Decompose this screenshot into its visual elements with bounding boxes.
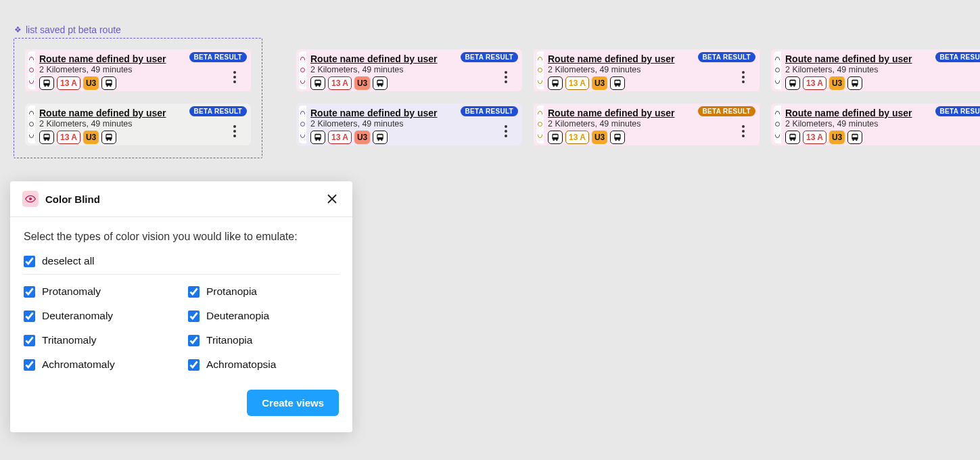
route-card[interactable]: Route name defined by user 2 Kilometers,… <box>534 104 760 145</box>
option-label: Protanomaly <box>42 285 101 298</box>
route-subtitle: 2 Kilometers, 49 minutes <box>548 119 758 129</box>
route-stripe <box>774 106 781 143</box>
svg-point-27 <box>793 85 795 87</box>
more-menu-button[interactable] <box>228 121 241 141</box>
line-13-chip: 13 A <box>803 76 826 90</box>
color-vision-option[interactable]: Protanopia <box>188 285 339 298</box>
svg-point-46 <box>378 139 379 141</box>
more-menu-button[interactable] <box>499 121 513 141</box>
svg-rect-37 <box>107 135 112 138</box>
option-checkbox[interactable] <box>24 310 35 322</box>
route-stripe <box>536 51 544 89</box>
bus-icon <box>847 131 862 144</box>
color-vision-option[interactable]: Deuteranopia <box>188 310 339 322</box>
svg-rect-13 <box>378 81 383 84</box>
beta-badge: BETA RESULT <box>935 52 980 62</box>
svg-rect-1 <box>45 81 49 84</box>
route-card[interactable]: Route name defined by user 2 Kilometers,… <box>25 104 251 145</box>
route-subtitle: 2 Kilometers, 49 minutes <box>785 119 980 129</box>
color-vision-option[interactable]: Protanomaly <box>24 285 174 298</box>
color-vision-option[interactable]: Achromatomaly <box>24 359 174 371</box>
svg-point-6 <box>107 85 108 87</box>
color-vision-option[interactable]: Deuteranomaly <box>24 310 174 322</box>
route-stripe <box>28 106 35 143</box>
selection-label-text: list saved pt beta route <box>26 24 121 35</box>
route-subtitle: 2 Kilometers, 49 minutes <box>785 65 980 74</box>
u3-chip: U3 <box>829 76 845 90</box>
bus-icon <box>548 131 563 144</box>
close-button[interactable] <box>324 191 340 207</box>
deselect-all-checkbox[interactable] <box>24 256 35 267</box>
route-chips: 13 A U3 <box>39 76 250 90</box>
svg-point-26 <box>791 85 792 87</box>
route-card[interactable]: Route name defined by user 2 Kilometers,… <box>25 49 251 91</box>
option-checkbox[interactable] <box>188 310 200 322</box>
line-13-chip: 13 A <box>565 131 589 144</box>
option-checkbox[interactable] <box>24 286 35 298</box>
svg-point-30 <box>853 85 854 87</box>
svg-point-51 <box>556 139 557 141</box>
more-menu-button[interactable] <box>499 67 513 87</box>
more-menu-button[interactable] <box>737 67 750 87</box>
line-13-chip: 13 A <box>328 76 352 90</box>
svg-rect-33 <box>45 135 49 138</box>
svg-point-10 <box>316 85 317 87</box>
modal-title: Color Blind <box>45 193 100 205</box>
svg-rect-25 <box>791 81 795 84</box>
option-checkbox[interactable] <box>188 359 200 371</box>
bus-icon <box>39 76 54 90</box>
svg-point-62 <box>853 139 854 141</box>
option-label: Protanopia <box>206 285 257 298</box>
create-views-button[interactable]: Create views <box>247 390 339 416</box>
svg-rect-5 <box>107 81 112 84</box>
option-checkbox[interactable] <box>188 286 200 298</box>
svg-point-15 <box>381 85 382 87</box>
svg-point-64 <box>29 198 32 200</box>
u3-chip: U3 <box>83 131 99 144</box>
more-menu-button[interactable] <box>228 67 241 87</box>
create-views-label: Create views <box>262 397 324 409</box>
route-card[interactable]: Route name defined by user 2 Kilometers,… <box>771 49 980 91</box>
option-checkbox[interactable] <box>24 335 35 346</box>
color-blind-modal: Color Blind Select the types of color vi… <box>10 181 352 432</box>
svg-point-42 <box>316 139 317 141</box>
diamond-icon: ❖ <box>14 26 22 34</box>
svg-point-14 <box>378 85 379 87</box>
svg-point-38 <box>107 139 108 141</box>
color-vision-option[interactable]: Achromatopsia <box>188 359 339 371</box>
bus-icon <box>847 76 862 90</box>
svg-rect-61 <box>853 135 858 138</box>
deselect-all-label: deselect all <box>42 255 95 267</box>
svg-rect-17 <box>553 81 558 84</box>
route-card[interactable]: Route name defined by user 2 Kilometers,… <box>296 49 522 91</box>
svg-point-55 <box>618 139 620 141</box>
line-13-chip: 13 A <box>57 131 80 144</box>
deselect-all-row[interactable]: deselect all <box>24 255 339 267</box>
more-menu-button[interactable] <box>737 121 750 141</box>
u3-chip: U3 <box>83 76 99 90</box>
u3-chip: U3 <box>354 131 370 144</box>
color-vision-option[interactable]: Tritanopia <box>188 334 339 346</box>
route-card[interactable]: Route name defined by user 2 Kilometers,… <box>534 49 760 91</box>
route-chips: 13 A U3 <box>310 76 521 90</box>
bus-icon <box>785 76 800 90</box>
svg-point-34 <box>45 139 46 141</box>
svg-point-11 <box>319 85 320 87</box>
route-chips: 13 A U3 <box>310 131 521 144</box>
option-checkbox[interactable] <box>24 359 35 371</box>
color-vision-option[interactable]: Tritanomaly <box>24 334 174 346</box>
bus-icon <box>310 131 325 144</box>
route-subtitle: 2 Kilometers, 49 minutes <box>548 65 758 74</box>
svg-rect-53 <box>615 135 620 138</box>
modal-prompt: Select the types of color vision you wou… <box>24 231 339 243</box>
route-card[interactable]: Route name defined by user 2 Kilometers,… <box>771 104 980 145</box>
beta-badge: BETA RESULT <box>935 106 980 116</box>
bus-icon <box>101 131 116 144</box>
svg-point-3 <box>47 85 49 87</box>
option-label: Achromatopsia <box>206 359 276 371</box>
svg-rect-57 <box>791 135 795 138</box>
bus-icon <box>548 76 563 90</box>
option-checkbox[interactable] <box>188 335 200 346</box>
line-13-chip: 13 A <box>328 131 352 144</box>
route-card[interactable]: Route name defined by user 2 Kilometers,… <box>296 104 522 145</box>
